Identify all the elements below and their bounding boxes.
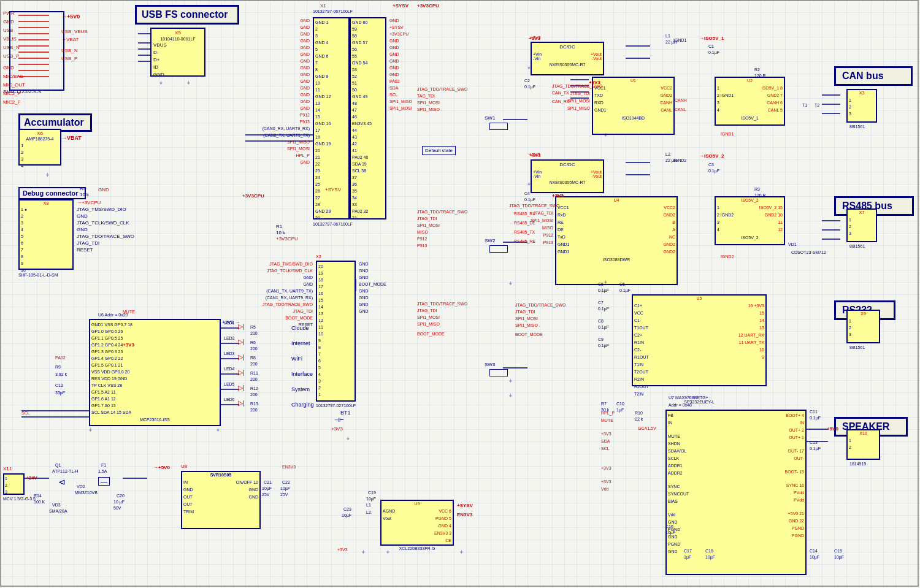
c10-ref: C10 (616, 402, 624, 406)
f1-val: 1.5A (98, 469, 107, 473)
led4-ref: LED4 (224, 367, 235, 371)
r13-ref: R13 (250, 402, 258, 406)
led6-function: Charging (291, 402, 314, 408)
u8-svr10s05: SVR10S05 IN GND OUT OUT TRIM ON/OFF 10 G… (181, 471, 261, 529)
x8-debug-connector: X8 1 ●2345678910 (18, 199, 74, 270)
vd2-ref: VD2 (77, 484, 85, 489)
gnd-sw3-bot: ⏚ (509, 392, 512, 398)
c7-val: 0.1µF (598, 307, 609, 311)
3v3-u4: +3V3 (552, 193, 564, 199)
c22-voltage: 25V (280, 492, 288, 497)
x1-ref: X1 (320, 3, 326, 9)
c20-val: 10 µF (113, 500, 125, 504)
3v3-rs485: +3V3 (529, 152, 540, 158)
r4-val: 10 k (80, 192, 89, 197)
led5-ref: LED5 (224, 382, 235, 386)
sysv-left: +3V3CPU (242, 193, 264, 199)
led6-symbol: ▷| (238, 399, 245, 407)
led6-ref: LED6 (224, 397, 235, 402)
u5-rs232-chip: U5 C1+ VCC C1- T1OUT C2+ R1IN C2- R1OUT … (632, 294, 767, 386)
x2-right-nets: GND GND GND BOOT_MODE GND GND GND GND (359, 261, 386, 315)
24v-power: +24V (26, 475, 37, 481)
c7-ref: C7 (598, 300, 604, 305)
rs485-re: RS485_RE (514, 239, 535, 243)
led4-function: Interface (291, 371, 313, 377)
ignd2-net: IGND2 (721, 254, 734, 259)
c9-ref: C9 (598, 337, 604, 342)
c15-val: 10µF (834, 555, 844, 559)
r14-ref: R14 (34, 494, 42, 498)
led3-ref: LED3 (224, 351, 235, 356)
c15-ref: C15 (834, 549, 842, 553)
c9-val: 0.1µF (598, 343, 609, 348)
sw3-area-nets: JTAG_TDO/TRACE_SWO JTAG_TDI SPI1_MOSI SP… (417, 300, 467, 337)
x11-ref: X11 (3, 466, 12, 472)
c2-val: 0.1µF (524, 85, 535, 89)
x6-accumulator: X6 AMP188275-4 1234 (18, 129, 61, 166)
c8-val: 0.1µF (598, 325, 609, 329)
usb-fs-label: USB FS connector (135, 5, 239, 25)
c4-ref: C4 (524, 191, 530, 196)
r8-ref: R8 (250, 356, 256, 360)
x2-ref: X2 (316, 254, 321, 259)
c8-ref: C8 (598, 319, 604, 323)
x1-left-nets: GND GND GND GND GND GND GND GND GND GND … (233, 17, 310, 166)
5v0-speaker: →+5V0 (822, 426, 838, 432)
can-tx-net: CAN_TX (552, 91, 569, 95)
f1-symbol: — (98, 477, 110, 486)
c1-val: 0.1µF (708, 50, 719, 55)
can-rx-net: CAN_RX (552, 99, 569, 104)
debug-nets: →+3VCPU JTAG_TMS/SWD_DIO GND JTAG_TCLK/S… (77, 199, 134, 253)
gnd-u4: ⏚ (604, 279, 607, 284)
u7-addr2: Addr = 0x48 (669, 403, 692, 407)
vd2-part: MM3Z10VB (75, 491, 98, 495)
led3-function: WiFi (291, 356, 302, 362)
sw2-area-nets: JTAG_TDO/TRACE_SWO JTAG_TDI SPI1_MOSI MI… (417, 208, 467, 249)
x9-rs232-connector: X9 123 (846, 310, 880, 343)
r9-ref: R9 (55, 365, 61, 369)
led1-ref: LED1 (224, 321, 235, 325)
led5-symbol: ▷| (238, 384, 245, 392)
c5-val: 0.1µF (598, 288, 609, 292)
r4-ref: R4 (80, 186, 86, 191)
c20-ref: C20 (117, 494, 125, 498)
3v3cpu-power: +3V3CPU (276, 236, 298, 242)
l1-u9-val: L2 (366, 510, 371, 514)
gnd-accum: ⏚ (46, 172, 49, 177)
3v3cpu-right-top: +3V3CPU (417, 3, 439, 9)
x7-part: 88I1561 (849, 244, 865, 248)
c14-val: 10µF (810, 555, 819, 559)
u2-can-iso: U2 1 2 IGND1 3 4 ISO5V_1 8 GND2 7 CANH 6… (715, 77, 785, 126)
c11-ref: C11 (810, 410, 818, 414)
vd1-ref: VD1 (788, 242, 797, 246)
sw3-ref: SW3 (485, 362, 495, 367)
x1-part-bottom: 10132797-067100LF (313, 222, 353, 226)
en3v3-net-u9: EN3V3 (457, 512, 472, 517)
led4-symbol: ▷| (238, 368, 245, 376)
c10-val: 1µF (616, 408, 624, 412)
sw3-symbol (489, 369, 508, 376)
c12-val: 33pF (55, 391, 65, 395)
ignd1-net: IGND1 (721, 132, 734, 136)
r6-ref: R6 (250, 340, 256, 345)
u9-xcl220: U9 AGND Vout VCC 6 PGND 5 GND 4 EN3V3 3 … (380, 500, 454, 546)
c18-val: 10µF (705, 555, 715, 559)
u2-rs485-iso: ISO5V_2 1 2 IGND2 3 4 ISO5V_2 15 GND2 10… (715, 196, 785, 245)
mute-net: MUTE (123, 310, 135, 314)
scl-net-u6: SCL (21, 411, 30, 415)
c11-val: 0.1µF (810, 416, 821, 420)
c3-val: 0.1µF (708, 169, 719, 173)
dc-dc-rs485: DC/DC +Vin -Vin +Vout -Vout NXEIS0305MC-… (531, 159, 604, 193)
r11-val: 200 (250, 377, 258, 381)
u1-input-nets: JTAG_TDO/TRACE_SWO JTAG_TDI SPI1_MOSI SP… (552, 83, 590, 112)
rs485-de: RS485_DE (514, 221, 535, 225)
c16-ref: C16 (665, 524, 673, 529)
q1-symbol: ⊲ (58, 477, 66, 487)
c23-val: 10µF (342, 513, 351, 517)
x3-part: 88I1561 (849, 124, 865, 129)
u6-mcp23016: GND1 VSS GP0.7 18 GP1.0 GP0.6 26 GP1.1 G… (89, 319, 221, 426)
r11-ref: R11 (250, 371, 258, 375)
c4-val: 0.1µF (524, 197, 535, 202)
c19-val: 10µF (366, 497, 376, 501)
x1-part: 10132797-067100LF (313, 9, 353, 13)
